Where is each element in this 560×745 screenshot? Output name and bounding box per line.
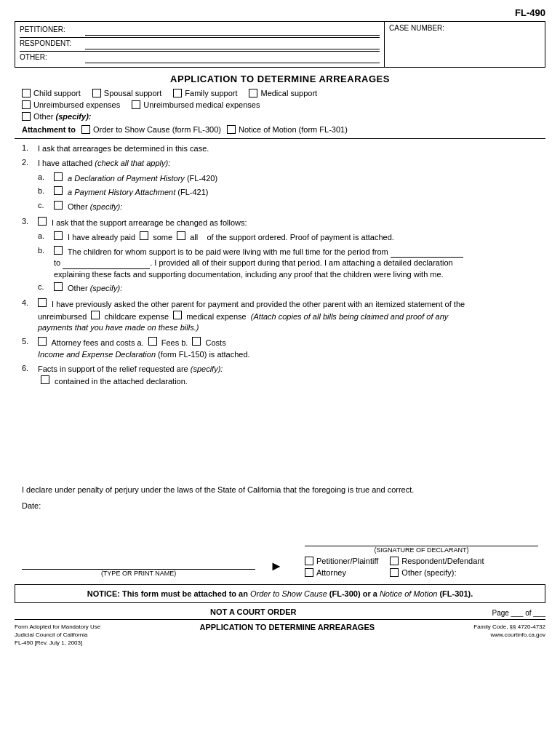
order-show-cause-label: Order to Show Cause (form FL-300) — [93, 125, 221, 134]
sig-checkbox-col1: Petitioner/Plaintiff Attorney — [305, 557, 378, 577]
respondent-defendant-label: Respondent/Defendant — [401, 557, 484, 565]
medical-support-checkbox[interactable] — [249, 89, 257, 97]
footer-left-line3: FL-490 [Rev. July 1, 2003] — [15, 639, 100, 647]
item-4-medical-checkbox[interactable] — [173, 311, 182, 319]
sig-other-item: Other (specify): — [390, 568, 484, 577]
footer-right-line1: Family Code, §§ 4720-4732 — [473, 623, 545, 631]
signature-declarant-label: (SIGNATURE OF DECLARANT) — [305, 546, 538, 554]
item-2c-content: Other (specify): — [54, 201, 538, 212]
item-3b-to[interactable] — [63, 259, 150, 269]
item-3-text: I ask that the support arrearage be chan… — [38, 217, 538, 228]
notice-fl300: (FL-300) or a — [327, 589, 380, 598]
notice-motion-item: Notice of Motion (form FL-301) — [227, 125, 348, 134]
item-1: 1. I ask that arrearages be determined i… — [22, 143, 538, 154]
item-3a-some-checkbox[interactable] — [140, 231, 148, 240]
item-5-fees-checkbox[interactable] — [148, 337, 157, 346]
respondent-value[interactable] — [85, 39, 380, 49]
petitioner-value[interactable] — [85, 25, 380, 36]
footer-left-line2: Judicial Council of California — [15, 631, 100, 639]
signature-right: (SIGNATURE OF DECLARANT) Petitioner/Plai… — [305, 525, 538, 577]
header-right: CASE NUMBER: — [385, 22, 545, 67]
unreimbursed-expenses-checkbox[interactable] — [22, 100, 31, 109]
item-3: 3. I ask that the support arrearage be c… — [22, 217, 538, 228]
item-2c-checkbox[interactable] — [54, 201, 63, 210]
notice-box: NOTICE: This form must be attached to an… — [15, 584, 545, 603]
other-specify-italic: (specify): — [56, 112, 92, 121]
item-3b-checkbox[interactable] — [54, 246, 63, 255]
petitioner-plaintiff-label: Petitioner/Plaintiff — [316, 557, 378, 565]
item-3c-checkbox[interactable] — [54, 282, 63, 291]
item-6-text: Facts in support of the relief requested… — [38, 364, 538, 387]
signature-field[interactable] — [305, 525, 538, 546]
item-5-checkbox[interactable] — [38, 337, 47, 346]
item-5: 5. Attorney fees and costs a. Fees b. Co… — [22, 337, 538, 360]
item-1-section: 1. I ask that arrearages be determined i… — [15, 143, 545, 154]
signature-left: (TYPE OR PRINT NAME) — [22, 548, 255, 577]
item-2a-italic: a Declaration of Payment History — [68, 174, 185, 183]
item-6-section: 6. Facts in support of the relief reques… — [15, 364, 545, 387]
other-value[interactable] — [85, 53, 380, 63]
item-2a-label: a. — [38, 172, 49, 184]
item-4-section: 4. I have previously asked the other par… — [15, 298, 545, 333]
other-specify-checkbox[interactable] — [22, 112, 31, 121]
page-number: Page ___ of ___ — [492, 609, 545, 617]
spousal-support-checkbox[interactable] — [92, 89, 101, 97]
print-name-field[interactable] — [22, 548, 255, 570]
item-5-section: 5. Attorney fees and costs a. Fees b. Co… — [15, 337, 545, 360]
attorney-item: Attorney — [305, 568, 378, 577]
item-2b-checkbox[interactable] — [54, 186, 63, 195]
item-4-childcare-checkbox[interactable] — [91, 311, 100, 319]
not-court-order-section: NOT A COURT ORDER Page ___ of ___ — [15, 607, 545, 616]
petitioner-plaintiff-checkbox[interactable] — [305, 557, 313, 565]
form-number: FL-490 — [15, 7, 545, 18]
item-3a-checkbox[interactable] — [54, 231, 63, 240]
arrow-icon: ► — [270, 559, 283, 574]
item-2-subitems: a. a Declaration of Payment History (FL-… — [22, 172, 538, 212]
date-label: Date: — [22, 501, 41, 510]
item-3b-label: b. — [38, 246, 49, 280]
family-support-checkbox[interactable] — [173, 89, 182, 97]
case-number-value[interactable] — [389, 35, 540, 57]
item-3-number: 3. — [22, 217, 33, 228]
item-5-text: Attorney fees and costs a. Fees b. Costs… — [38, 337, 538, 360]
item-2a-checkbox[interactable] — [54, 172, 63, 181]
notice-fl301: (FL-301). — [437, 589, 473, 598]
item-4-checkbox[interactable] — [38, 298, 47, 307]
sig-other-checkbox[interactable] — [390, 568, 399, 577]
item-4-number: 4. — [22, 298, 33, 333]
child-support-checkbox[interactable] — [22, 89, 31, 97]
footer-right: Family Code, §§ 4720-4732 www.courtinfo.… — [473, 623, 545, 639]
other-specify-label: Other (specify): — [33, 112, 91, 121]
not-court-order-text: NOT A COURT ORDER — [210, 607, 296, 616]
item-5-italic: Income and Expense Declaration — [38, 350, 156, 359]
item-3a-all-checkbox[interactable] — [177, 231, 185, 240]
item-4: 4. I have previously asked the other par… — [22, 298, 538, 333]
order-show-cause-checkbox[interactable] — [81, 125, 90, 134]
spousal-support-label: Spousal support — [104, 89, 162, 97]
item-3-checkbox[interactable] — [38, 217, 47, 226]
item-2a-content: a Declaration of Payment History (FL-420… — [54, 172, 538, 184]
item-2b-label: b. — [38, 186, 49, 198]
item-3c-content: Other (specify): — [54, 282, 538, 294]
item-3c-italic: (specify): — [90, 284, 123, 292]
medical-support-label: Medical support — [260, 89, 317, 97]
item-3b-from[interactable] — [391, 247, 463, 258]
item-3c: c. Other (specify): — [38, 282, 538, 294]
item-2b-content: a Payment History Attachment (FL-421) — [54, 186, 538, 198]
item-6-checkbox[interactable] — [41, 375, 49, 384]
blank-area — [15, 391, 545, 463]
notice-motion-label: Notice of Motion (form FL-301) — [239, 125, 348, 134]
item-2-number: 2. — [22, 158, 33, 169]
respondent-label: RESPONDENT: — [20, 39, 85, 49]
attorney-checkbox[interactable] — [305, 568, 313, 577]
respondent-defendant-checkbox[interactable] — [390, 557, 399, 565]
sig-other-label: Other (specify): — [401, 568, 456, 577]
item-3a-content: I have already paid some all of the supp… — [54, 231, 538, 243]
unreimbursed-medical-checkbox[interactable] — [132, 100, 140, 109]
notice-motion-checkbox[interactable] — [227, 125, 236, 134]
signature-section: I declare under penalty of perjury under… — [15, 485, 545, 577]
of-label: of — [525, 609, 531, 617]
family-support-checkbox-item: Family support — [173, 89, 237, 97]
item-5-costs-checkbox[interactable] — [192, 337, 201, 346]
notice-bold: NOTICE: This form must be attached to an — [87, 589, 250, 598]
